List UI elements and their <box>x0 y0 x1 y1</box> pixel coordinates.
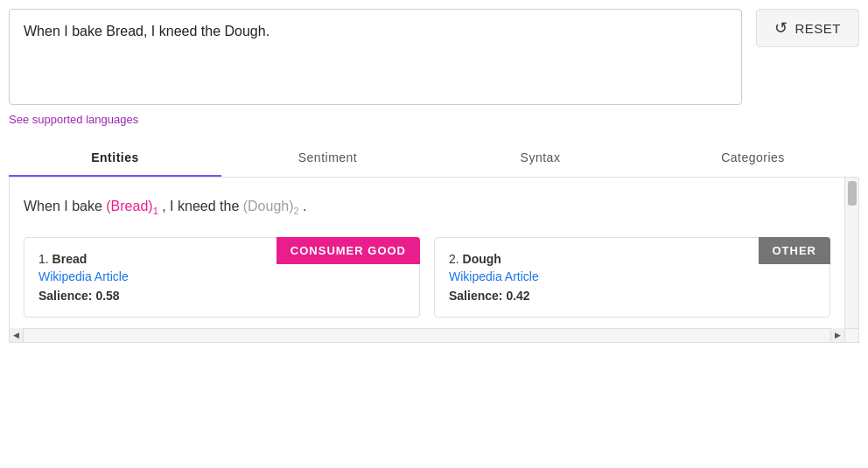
entity1-name: Bread <box>111 199 149 213</box>
entities-content: When I bake (Bread)1 , I kneed the (Doug… <box>10 178 858 342</box>
tabs-bar: Entities Sentiment Syntax Categories <box>9 140 859 178</box>
entity2-name-label: Dough <box>463 252 501 266</box>
tab-syntax[interactable]: Syntax <box>434 140 647 177</box>
scrollbar-corner <box>844 328 858 342</box>
entity-card-bread: CONSUMER GOOD 1. Bread Wikipedia Article… <box>24 237 420 318</box>
entity2-salience: Salience: 0.42 <box>449 289 530 303</box>
content-panel: ◀ ▶ When I bake (Bread)1 , I kneed the (… <box>9 178 859 343</box>
entities-grid: CONSUMER GOOD 1. Bread Wikipedia Article… <box>24 237 830 318</box>
entity1-name-label: Bread <box>52 252 88 266</box>
entity1-salience: Salience: 0.58 <box>38 289 120 303</box>
tab-categories[interactable]: Categories <box>647 140 859 177</box>
supported-languages-link[interactable]: See supported languages <box>9 113 138 126</box>
scroll-right-arrow[interactable]: ▶ <box>830 328 844 342</box>
horizontal-scrollbar[interactable]: ◀ ▶ <box>10 328 844 342</box>
reset-icon: ↺ <box>774 18 788 38</box>
tab-entities[interactable]: Entities <box>9 140 221 177</box>
analyzed-text: When I bake (Bread)1 , I kneed the (Doug… <box>24 195 830 220</box>
tab-sentiment[interactable]: Sentiment <box>221 140 434 177</box>
entity1-wikipedia-link[interactable]: Wikipedia Article <box>38 269 129 283</box>
top-section: When I bake Bread, I kneed the Dough. ↺ … <box>9 9 859 105</box>
badge-consumer-good: CONSUMER GOOD <box>276 237 420 264</box>
text-input[interactable]: When I bake Bread, I kneed the Dough. <box>9 9 742 105</box>
vertical-scrollbar[interactable] <box>844 178 858 328</box>
reset-button[interactable]: ↺ RESET <box>756 9 859 47</box>
entity2-name-inline: Dough <box>248 199 289 213</box>
entity-card-dough: OTHER 2. Dough Wikipedia Article Salienc… <box>434 237 830 318</box>
scroll-left-arrow[interactable]: ◀ <box>10 328 24 342</box>
reset-label: RESET <box>794 21 841 36</box>
entity2-wikipedia-link[interactable]: Wikipedia Article <box>449 269 539 283</box>
badge-other: OTHER <box>759 237 831 264</box>
scrollbar-thumb[interactable] <box>848 181 857 206</box>
